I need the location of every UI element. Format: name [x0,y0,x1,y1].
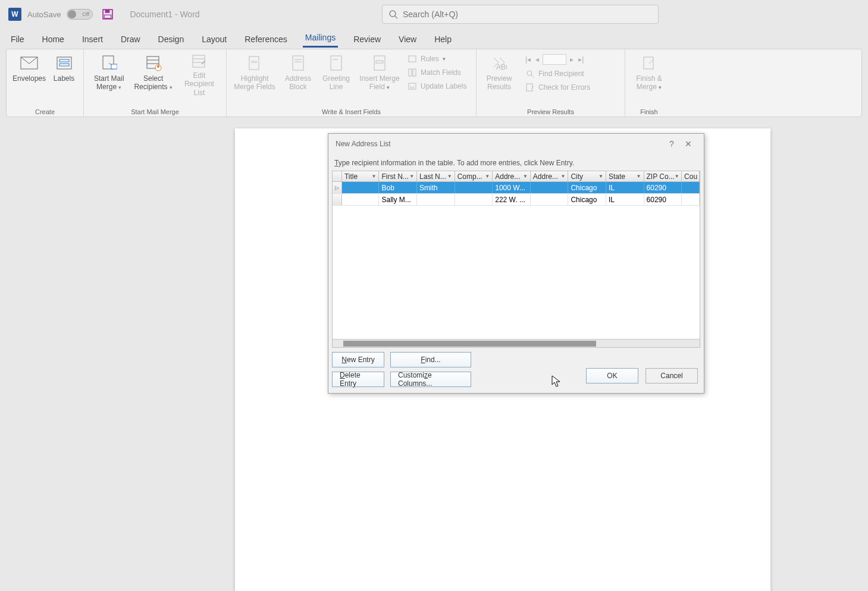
dialog-titlebar[interactable]: New Address List ? ✕ [328,134,704,154]
cell[interactable]: 60290 [644,182,682,193]
update-labels-button[interactable]: Update Labels [405,80,469,92]
find-recipient-icon [525,69,535,78]
col-address1[interactable]: Addre...▼ [493,171,531,181]
cell[interactable]: 222 W. ... [493,194,531,205]
tab-draw[interactable]: Draw [118,31,143,48]
highlight-merge-fields-button[interactable]: Highlight Merge Fields [231,52,278,98]
labels-button[interactable]: Labels [49,52,79,98]
col-company[interactable]: Comp...▼ [455,171,493,181]
address-grid[interactable]: Title▼ First N...▼ Last N...▼ Comp...▼ A… [332,171,700,348]
scrollbar-thumb[interactable] [343,341,596,347]
tab-home[interactable]: Home [40,31,67,48]
svg-rect-6 [57,57,71,69]
greeting-line-label: Greeting Line [319,74,353,92]
group-create-label: Create [11,107,79,117]
cell[interactable] [342,182,380,193]
start-mail-merge-button[interactable]: Start Mail Merge ▾ [89,52,130,98]
cell[interactable]: IL [606,194,644,205]
tab-insert[interactable]: Insert [80,31,105,48]
customize-columns-button[interactable]: Customize Columns... [390,372,471,387]
tab-references[interactable]: References [242,31,290,48]
insert-merge-field-button[interactable]: Insert Merge Field ▾ [356,52,403,98]
tab-review[interactable]: Review [351,31,383,48]
table-row[interactable]: ▷ Bob Smith 1000 W... Chicago IL 60290 [333,182,700,194]
envelopes-button[interactable]: Envelopes [11,52,47,98]
horizontal-scrollbar[interactable] [333,339,700,347]
col-last-name[interactable]: Last N...▼ [417,171,455,181]
title-bar: W AutoSave Off Document1 - Word [0,0,868,29]
ok-button[interactable]: OK [586,368,638,383]
last-record-button[interactable]: ▸| [577,54,585,65]
match-fields-button[interactable]: Match Fields [405,67,469,78]
find-recipient-button[interactable]: Find Recipient [523,68,593,80]
cell[interactable]: 1000 W... [493,182,531,193]
cell[interactable]: Bob [379,182,417,193]
match-fields-icon [408,68,417,77]
svg-line-4 [395,16,397,18]
new-entry-button[interactable]: New Entry [332,352,384,367]
next-record-button[interactable]: ▸ [569,54,575,65]
tab-layout[interactable]: Layout [199,31,229,48]
svg-rect-21 [293,56,303,70]
cell[interactable] [531,194,569,205]
col-title[interactable]: Title▼ [342,171,380,181]
tab-view[interactable]: View [396,31,419,48]
col-country[interactable]: Cou [682,171,700,181]
col-state[interactable]: State▼ [606,171,644,181]
finish-merge-button[interactable]: Finish & Merge ▾ [630,52,668,98]
prev-record-button[interactable]: ◂ [534,54,540,65]
record-number-input[interactable] [543,54,566,65]
highlight-icon [247,53,262,73]
dialog-help-button[interactable]: ? [663,136,680,152]
address-block-button[interactable]: Address Block [280,52,316,98]
group-finish-label: Finish [630,107,668,117]
search-input[interactable] [403,10,652,19]
cell[interactable]: 60290 [644,194,682,205]
grid-corner[interactable] [333,171,342,181]
tab-mailings[interactable]: Mailings [303,29,338,48]
cell[interactable] [682,194,700,205]
cell[interactable]: Chicago [568,194,606,205]
cell[interactable]: Sally M... [379,194,417,205]
preview-results-button[interactable]: ABC Preview Results [481,52,517,98]
find-button[interactable]: Find... [390,352,471,367]
first-record-button[interactable]: |◂ [524,54,532,65]
greeting-line-button[interactable]: Greeting Line [318,52,354,98]
cell[interactable] [342,194,380,205]
col-city[interactable]: City▼ [568,171,606,181]
table-row[interactable]: Sally M... 222 W. ... Chicago IL 60290 [333,194,700,206]
tab-design[interactable]: Design [156,31,187,48]
cell[interactable] [417,194,455,205]
group-start-mail-merge: Start Mail Merge ▾ Select Recipients ▾ E… [84,49,227,117]
document-title: Document1 - Word [130,10,199,19]
tab-help[interactable]: Help [432,31,454,48]
row-selector[interactable]: ▷ [333,182,342,193]
dialog-close-button[interactable]: ✕ [680,136,697,152]
delete-entry-button[interactable]: Delete Entry [332,372,384,387]
save-icon[interactable] [102,9,113,20]
search-box[interactable] [382,5,659,24]
cell[interactable] [531,182,569,193]
svg-rect-35 [527,84,532,91]
cell[interactable] [455,182,493,193]
col-first-name[interactable]: First N...▼ [379,171,417,181]
row-selector[interactable] [333,194,342,205]
start-mail-merge-icon [101,53,117,73]
rules-button[interactable]: Rules ▾ [405,53,469,65]
svg-rect-1 [105,10,110,13]
address-block-icon [292,53,305,73]
cell[interactable] [682,182,700,193]
col-address2[interactable]: Addre...▼ [531,171,569,181]
edit-recipient-list-button[interactable]: Edit Recipient List [177,52,221,98]
group-write-insert-fields-label: Write & Insert Fields [231,107,471,117]
cell[interactable]: Smith [417,182,455,193]
autosave-toggle[interactable]: Off [67,9,93,20]
tab-file[interactable]: File [8,31,27,48]
cancel-button[interactable]: Cancel [645,368,698,383]
col-zip[interactable]: ZIP Co...▼ [644,171,682,181]
cell[interactable] [455,194,493,205]
check-for-errors-button[interactable]: Check for Errors [523,81,593,93]
cell[interactable]: IL [606,182,644,193]
select-recipients-button[interactable]: Select Recipients ▾ [132,52,175,98]
cell[interactable]: Chicago [568,182,606,193]
